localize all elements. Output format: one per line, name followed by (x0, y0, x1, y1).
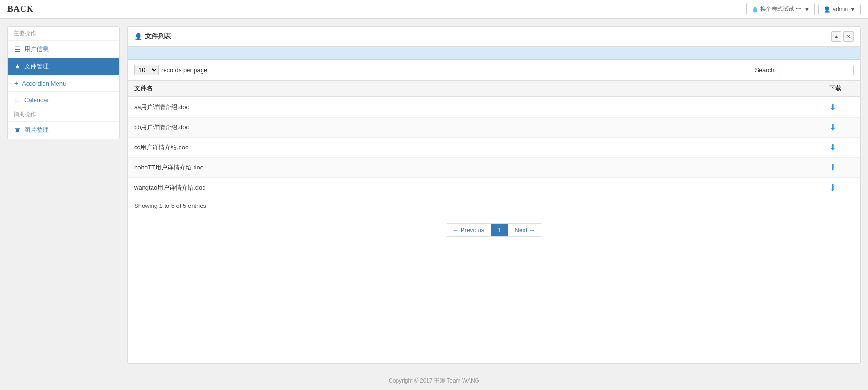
per-page-control: 10 25 50 100 records per page (134, 65, 207, 75)
page-title: Back (7, 4, 34, 14)
search-control: Search: (755, 65, 854, 75)
topbar-right: 💧 换个样式试试 ~~ ▼ 👤 admin ▼ (746, 3, 861, 15)
content-panel: 👤 文件列表 ▲ ✕ 10 25 50 100 records per page (127, 26, 861, 364)
sidebar-item-label: Accordion Menu (22, 80, 66, 87)
admin-button[interactable]: 👤 admin ▼ (818, 4, 861, 15)
showing-entries: Showing 1 to 5 of 5 entries (128, 198, 860, 214)
download-cell: ⬇ (823, 178, 860, 198)
chevron-down-icon: ▼ (804, 6, 810, 13)
content-title-text: 文件列表 (145, 32, 171, 41)
file-name: cc用户详情介绍.doc (128, 138, 823, 158)
image-icon: ▣ (14, 126, 21, 134)
sidebar-item-label: 图片整理 (24, 126, 49, 134)
footer-text: Copyright © 2017 王涛 Team WANG (389, 377, 479, 384)
user-icon: 👤 (824, 6, 831, 13)
sidebar-section-aux: 辅助操作 (8, 108, 119, 121)
calendar-icon: ▦ (14, 96, 21, 103)
sidebar-item-file-manage[interactable]: 文件管理 (8, 58, 119, 75)
download-icon[interactable]: ⬇ (829, 102, 836, 112)
sidebar-section-main: 主要操作 (8, 27, 119, 40)
prev-button[interactable]: ← Previous (446, 224, 491, 236)
table-row: aa用户详情介绍.doc ⬇ (128, 97, 860, 118)
col-filename: 文件名 (128, 81, 823, 97)
download-icon[interactable]: ⬇ (829, 122, 836, 132)
footer: Copyright © 2017 王涛 Team WANG (0, 371, 868, 390)
per-page-select[interactable]: 10 25 50 100 (134, 65, 159, 75)
download-icon[interactable]: ⬇ (829, 162, 836, 173)
table-row: cc用户详情介绍.doc ⬇ (128, 138, 860, 158)
download-cell: ⬇ (823, 118, 860, 138)
sidebar-item-image-manage[interactable]: ▣ 图片整理 (8, 121, 119, 139)
page-1-button[interactable]: 1 (491, 224, 508, 236)
table-row: hohoTT用户详情介绍.doc ⬇ (128, 158, 860, 178)
star-icon (14, 63, 21, 70)
sidebar-item-user-info[interactable]: 用户信息 (8, 40, 119, 58)
pagination-area: ← Previous 1 Next → (128, 214, 860, 251)
drop-icon: 💧 (752, 6, 759, 13)
sidebar-item-label: 文件管理 (24, 62, 49, 71)
user-icon: 👤 (134, 33, 142, 40)
sidebar: 主要操作 用户信息 文件管理 Accordion Menu ▦ Calendar… (7, 26, 120, 364)
topbar: Back 💧 换个样式试试 ~~ ▼ 👤 admin ▼ (0, 0, 868, 19)
plus-icon (14, 80, 18, 87)
sidebar-item-label: Calendar (24, 96, 49, 103)
table-row: bb用户详情介绍.doc ⬇ (128, 118, 860, 138)
sidebar-item-label: 用户信息 (24, 45, 49, 53)
file-name: aa用户详情介绍.doc (128, 97, 823, 118)
per-page-label: records per page (161, 66, 207, 74)
table-row: wangtao用户详情介绍.doc ⬇ (128, 178, 860, 198)
next-button[interactable]: Next → (508, 224, 542, 236)
table-controls: 10 25 50 100 records per page Search: (128, 60, 860, 80)
download-cell: ⬇ (823, 158, 860, 178)
sidebar-card: 主要操作 用户信息 文件管理 Accordion Menu ▦ Calendar… (7, 26, 120, 139)
download-cell: ⬇ (823, 138, 860, 158)
progress-bar (128, 47, 860, 60)
download-cell: ⬇ (823, 97, 860, 118)
download-icon[interactable]: ⬇ (829, 183, 836, 193)
content-header: 👤 文件列表 ▲ ✕ (128, 27, 860, 47)
file-table: 文件名 下载 aa用户详情介绍.doc ⬇ bb用户详情介绍.doc ⬇ cc用… (128, 80, 860, 198)
file-name: hohoTT用户详情介绍.doc (128, 158, 823, 178)
table-header-row: 文件名 下载 (128, 81, 860, 97)
file-name: wangtao用户详情介绍.doc (128, 178, 823, 198)
admin-label: admin (832, 6, 848, 13)
content-header-actions: ▲ ✕ (831, 31, 854, 42)
list-icon (14, 45, 21, 53)
content-title: 👤 文件列表 (134, 32, 171, 41)
chevron-down-icon: ▼ (850, 6, 855, 13)
sidebar-item-accordion-menu[interactable]: Accordion Menu (8, 75, 119, 91)
pagination: ← Previous 1 Next → (446, 223, 542, 237)
style-switcher-label: 换个样式试试 ~~ (760, 5, 802, 13)
collapse-button[interactable]: ▲ (831, 31, 841, 42)
search-label: Search: (755, 66, 776, 74)
style-switcher-button[interactable]: 💧 换个样式试试 ~~ ▼ (746, 3, 815, 15)
download-icon[interactable]: ⬇ (829, 142, 836, 153)
close-button[interactable]: ✕ (843, 31, 854, 42)
sidebar-item-calendar[interactable]: ▦ Calendar (8, 91, 119, 108)
main-layout: 主要操作 用户信息 文件管理 Accordion Menu ▦ Calendar… (0, 19, 868, 371)
file-name: bb用户详情介绍.doc (128, 118, 823, 138)
col-download: 下载 (823, 81, 860, 97)
search-input[interactable] (779, 65, 854, 75)
